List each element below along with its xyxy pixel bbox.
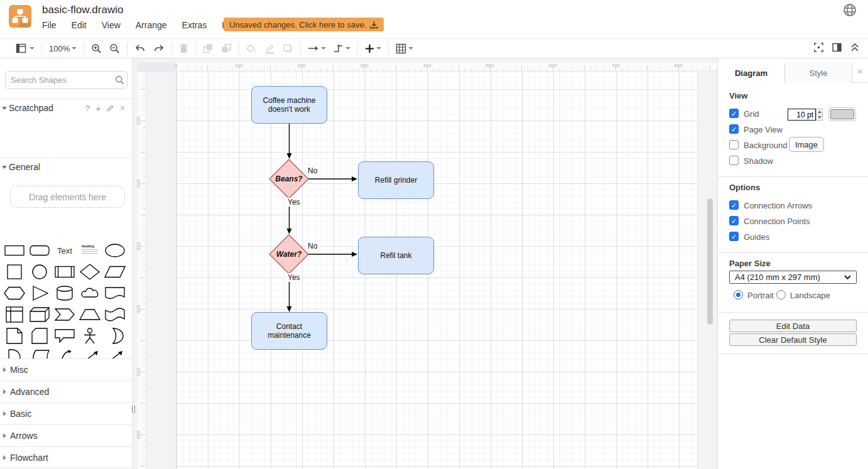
tab-diagram[interactable]: Diagram — [718, 63, 785, 84]
node-contact-maintenance[interactable]: Contact maintenance — [251, 312, 327, 350]
shape-cube[interactable] — [27, 304, 52, 325]
waypoints-button[interactable] — [334, 44, 350, 53]
vertical-scrollbar-thumb[interactable] — [707, 198, 713, 325]
background-image-button[interactable]: Image — [789, 137, 824, 152]
landscape-radio[interactable] — [776, 290, 786, 299]
to-front-button[interactable] — [203, 43, 214, 54]
shape-callout[interactable] — [52, 325, 77, 347]
portrait-radio[interactable] — [734, 290, 743, 299]
shape-rounded-rectangle[interactable] — [27, 240, 52, 261]
collapse-toolbar-button[interactable] — [850, 43, 859, 55]
table-button[interactable] — [396, 43, 413, 54]
paper-size-select[interactable]: A4 (210 mm x 297 mm) — [729, 271, 857, 284]
node-refil-tank[interactable]: Refil tank — [358, 237, 434, 274]
fill-color-button[interactable] — [246, 43, 257, 54]
edit-data-button[interactable]: Edit Data — [729, 320, 857, 332]
line-color-button[interactable] — [264, 43, 275, 54]
grid-size-input[interactable] — [788, 109, 816, 121]
search-icon[interactable] — [115, 75, 124, 87]
shape-actor[interactable] — [77, 325, 102, 347]
menu-edit[interactable]: Edit — [72, 20, 87, 30]
help-icon[interactable]: ? — [85, 104, 90, 113]
node-water-decision[interactable]: Water? — [269, 234, 309, 274]
search-shapes-input[interactable] — [5, 71, 127, 89]
edit-pencil-icon[interactable] — [107, 104, 114, 112]
menu-view[interactable]: View — [102, 20, 121, 30]
menu-arrange[interactable]: Arrange — [136, 20, 167, 30]
connection-button[interactable] — [308, 45, 326, 51]
shape-square[interactable] — [2, 261, 27, 283]
sidebar-section-flowchart[interactable]: Flowchart — [0, 446, 133, 468]
menu-file[interactable]: File — [42, 20, 57, 30]
shape-card[interactable] — [27, 325, 52, 347]
menu-extras[interactable]: Extras — [182, 20, 207, 30]
zoom-out-button[interactable] — [109, 43, 120, 54]
insert-button[interactable] — [365, 44, 381, 53]
shape-circle[interactable] — [27, 261, 52, 283]
shape-process[interactable] — [52, 261, 77, 283]
connection-arrows-checkbox[interactable]: ✓ — [729, 200, 739, 210]
grid-color-swatch[interactable] — [828, 107, 856, 121]
format-panel-button[interactable] — [832, 43, 842, 55]
delete-button[interactable] — [179, 43, 188, 54]
redo-button[interactable] — [153, 44, 165, 53]
shape-hexagon[interactable] — [2, 283, 27, 304]
stepper-up-icon[interactable] — [816, 109, 822, 115]
grid-checkbox[interactable]: ✓ — [729, 109, 739, 118]
drawio-logo-icon — [9, 5, 31, 28]
edge-label-yes[interactable]: Yes — [286, 198, 301, 207]
fullscreen-button[interactable] — [814, 43, 823, 55]
connection-points-checkbox[interactable]: ✓ — [729, 216, 739, 225]
sidebar-section-basic[interactable]: Basic — [0, 402, 133, 424]
sidebar-section-arrows[interactable]: Arrows — [0, 424, 133, 446]
tab-style[interactable]: Style — [785, 63, 852, 83]
shape-note[interactable] — [2, 325, 27, 347]
shape-triangle[interactable] — [27, 283, 52, 304]
shape-rectangle[interactable] — [2, 240, 27, 261]
shape-tape[interactable] — [102, 304, 127, 325]
node-coffee-machine[interactable]: Coffee machine doesn't work — [251, 86, 327, 124]
shape-or[interactable] — [102, 325, 127, 347]
shape-trapezoid[interactable] — [77, 304, 102, 325]
page-view-checkbox[interactable]: ✓ — [729, 124, 739, 134]
shape-parallelogram[interactable] — [102, 261, 127, 283]
shape-ellipse[interactable] — [102, 240, 127, 261]
shape-diamond[interactable] — [77, 261, 102, 283]
shape-text[interactable]: Text — [52, 240, 77, 261]
shape-cylinder[interactable] — [52, 283, 77, 304]
sidebar-section-advanced[interactable]: Advanced — [0, 380, 133, 402]
zoom-in-button[interactable] — [91, 43, 102, 54]
guides-checkbox[interactable]: ✓ — [729, 232, 739, 241]
shadow-button[interactable] — [283, 43, 293, 54]
close-panel-icon[interactable]: × — [857, 67, 863, 76]
canvas[interactable]: 0 100 200 300 400 500 600 700 800 100 20… — [133, 58, 717, 469]
sidebar-resize-handle[interactable] — [132, 406, 135, 413]
page-view-button[interactable] — [16, 43, 35, 54]
shape-step[interactable] — [52, 304, 77, 325]
unsaved-changes-banner[interactable]: Unsaved changes. Click here to save. — [224, 18, 384, 31]
add-icon[interactable]: + — [95, 103, 101, 114]
grid-size-stepper[interactable] — [816, 109, 823, 121]
shape-document[interactable] — [102, 283, 127, 304]
scratchpad-section-header[interactable]: Scratchpad ? + × — [0, 99, 133, 116]
edge-label-yes[interactable]: Yes — [286, 273, 301, 282]
shape-cloud[interactable] — [77, 283, 102, 304]
shadow-checkbox[interactable] — [729, 156, 739, 165]
scratchpad-drop-zone[interactable]: Drag elements here — [10, 186, 125, 208]
sidebar-section-misc[interactable]: Misc — [0, 358, 133, 380]
node-refill-grinder[interactable]: Refill grinder — [358, 161, 434, 199]
background-checkbox[interactable] — [729, 140, 739, 149]
zoom-dropdown[interactable]: 100% — [49, 44, 77, 53]
to-back-button[interactable] — [221, 43, 232, 54]
shape-internal-storage[interactable] — [2, 304, 27, 325]
stepper-down-icon[interactable] — [816, 115, 822, 120]
node-beans-decision[interactable]: Beans? — [269, 159, 309, 199]
undo-button[interactable] — [134, 44, 146, 53]
edge-label-no[interactable]: No — [307, 242, 318, 251]
shape-textbox[interactable]: Heading — [77, 240, 102, 261]
close-icon[interactable]: × — [120, 103, 125, 113]
clear-default-style-button[interactable]: Clear Default Style — [729, 333, 857, 346]
language-globe-icon[interactable] — [843, 3, 857, 17]
general-section-header[interactable]: General — [0, 158, 133, 175]
edge-label-no[interactable]: No — [307, 166, 318, 175]
